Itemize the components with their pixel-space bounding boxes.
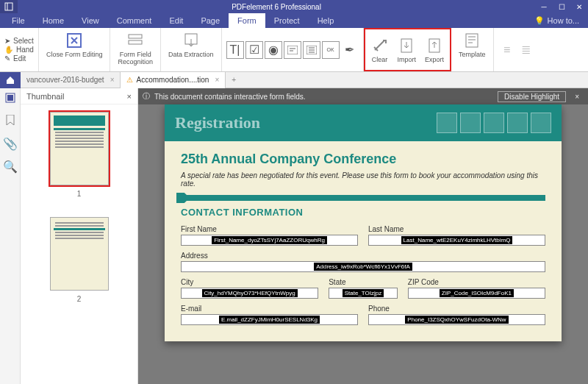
menu-file[interactable]: File [3, 13, 34, 28]
thumb-number: 2 [77, 295, 82, 303]
close-window-button[interactable]: ✕ [570, 0, 588, 13]
svg-rect-9 [466, 34, 478, 47]
menu-form[interactable]: Form [229, 13, 265, 28]
thumbnail-label: Thumbnail [26, 92, 64, 101]
export-button[interactable]: Export [420, 35, 448, 65]
menu-page[interactable]: Page [192, 13, 229, 28]
svg-rect-3 [129, 40, 142, 44]
zip-input[interactable]: ZIP_Code_ISOIcM9dFoK1 [408, 288, 545, 299]
last-name-label: Last Name [368, 225, 545, 233]
svg-rect-2 [129, 35, 142, 38]
button-field-button[interactable]: OK [322, 41, 340, 59]
radio-field-button[interactable]: ◉ [265, 41, 282, 59]
menu-help[interactable]: Help [309, 13, 343, 28]
first-name-label: First Name [181, 225, 358, 233]
side-toolbar: 📎 🔍 [0, 88, 21, 384]
maximize-button[interactable]: ☐ [553, 0, 570, 13]
close-tab-icon[interactable]: × [107, 76, 115, 84]
menu-bar: File Home View Comment Edit Page Form Pr… [0, 13, 588, 28]
import-export-group: Clear Import Export [364, 28, 452, 71]
text-field-button[interactable]: T| [226, 41, 244, 59]
title-bar: PDFelement 6 Professional ─ ☐ ✕ [0, 0, 588, 13]
form-field-recognition-button[interactable]: Form Field Recognition [113, 29, 157, 68]
lightbulb-icon: 💡 [534, 16, 545, 26]
checkbox-field-button[interactable]: ☑ [245, 41, 263, 59]
state-label: State [329, 278, 398, 286]
close-infobar-button[interactable]: × [570, 93, 584, 101]
dropdown-field-button[interactable] [284, 41, 301, 59]
attachment-panel-button[interactable]: 📎 [3, 137, 18, 151]
data-extraction-button[interactable]: Data Extraction [164, 29, 218, 60]
warning-icon: ⚠ [126, 76, 133, 84]
align-1-button[interactable]: ≡ [498, 41, 516, 59]
app-logo-icon [0, 0, 18, 13]
last-name-input[interactable]: Last_Name_wtE2EKuY4zimhkLHVtbimQ [368, 235, 545, 246]
home-tab-button[interactable] [0, 72, 21, 88]
page-header-title: Registration [175, 113, 260, 132]
divider-bar [181, 195, 545, 201]
document-area: ⓘ This document contains interactive for… [138, 88, 588, 384]
bookmark-panel-button[interactable] [6, 115, 15, 128]
email-input[interactable]: E.mail_dZZFyJMimH0urSESLNd3Kg [181, 314, 358, 325]
page-header: Registration [165, 104, 562, 141]
disable-highlight-button[interactable]: Disable Highlight [498, 91, 566, 102]
search-panel-button[interactable]: 🔍 [3, 160, 18, 174]
minimize-button[interactable]: ─ [535, 0, 553, 13]
ribbon: ➤Select ✋Hand ✎Edit Close Form Editing F… [0, 28, 588, 72]
thumbnail-panel-button[interactable] [5, 93, 15, 106]
doc-title: 25th Annual Company Conference [181, 152, 545, 167]
info-icon: ⓘ [143, 91, 150, 102]
document-tabs: vancouver-2016-budget× ⚠Accommodation...… [0, 72, 588, 88]
address-label: Address [181, 252, 545, 260]
doc-description: A special rate has been negotiated for t… [181, 171, 545, 188]
state-input[interactable]: State_TOIzjpz [329, 288, 398, 299]
select-tool[interactable]: ➤Select [4, 37, 34, 45]
thumbnail-panel: Thumbnail× 1 2 [21, 88, 138, 384]
form-info-bar: ⓘ This document contains interactive for… [138, 88, 588, 104]
close-panel-button[interactable]: × [127, 92, 132, 101]
hand-icon: ✋ [4, 46, 13, 54]
menu-protect[interactable]: Protect [265, 13, 309, 28]
svg-rect-11 [7, 95, 13, 101]
signature-field-button[interactable]: ✒ [341, 41, 359, 59]
menu-view[interactable]: View [73, 13, 108, 28]
close-tab-icon[interactable]: × [212, 76, 219, 84]
address-input[interactable]: Address_iw9xRob*Wcfl6Yx1VvF6fA [181, 261, 545, 272]
howto-button[interactable]: 💡How to... [534, 16, 588, 26]
svg-rect-5 [287, 46, 298, 54]
listbox-field-button[interactable] [303, 41, 320, 59]
align-2-button[interactable]: ≣ [517, 41, 535, 59]
info-message: This document contains interactive form … [154, 93, 306, 101]
clear-button[interactable]: Clear [367, 35, 393, 65]
ribbon-form-fields-group: T| ☑ ◉ OK ✒ [222, 28, 364, 71]
section-heading: CONTACT INFORMATION [181, 207, 545, 218]
svg-rect-0 [5, 3, 12, 10]
phone-label: Phone [368, 305, 545, 313]
zip-label: ZIP Code [408, 278, 545, 286]
import-button[interactable]: Import [393, 35, 421, 65]
thumb-number: 1 [77, 190, 82, 198]
app-title: PDFelement 6 Professional [18, 3, 535, 11]
edit-tool[interactable]: ✎Edit [4, 54, 34, 63]
pointer-icon: ➤ [4, 37, 10, 45]
new-tab-button[interactable]: + [226, 76, 242, 84]
pdf-page[interactable]: Registration 25th Annual Company Confere… [165, 104, 562, 341]
first-name-input[interactable]: First_Name_dyoZTsSYj7AaZZORUqwhRg [181, 235, 358, 246]
city-label: City [181, 278, 318, 286]
page-thumbnail-2[interactable] [50, 217, 109, 291]
ribbon-tools-group: ➤Select ✋Hand ✎Edit [0, 28, 39, 71]
tab-vancouver[interactable]: vancouver-2016-budget× [21, 72, 121, 88]
phone-input[interactable]: Phone_I3ZSQxhOYwSFuzdOta-WNw [368, 314, 545, 325]
menu-edit[interactable]: Edit [160, 13, 192, 28]
city-input[interactable]: City_hdYMQhyO73*HEfQYtnWpyg [181, 288, 318, 299]
tab-accommodation[interactable]: ⚠Accommodation....tion× [121, 72, 226, 88]
template-button[interactable]: Template [454, 29, 490, 60]
pencil-icon: ✎ [4, 54, 10, 63]
page-thumbnail-1[interactable] [50, 112, 109, 185]
menu-comment[interactable]: Comment [108, 13, 161, 28]
close-form-editing-button[interactable]: Close Form Editing [42, 29, 107, 60]
hand-tool[interactable]: ✋Hand [4, 46, 34, 54]
ribbon-align-group: ≡ ≣ [494, 28, 539, 71]
email-label: E-mail [181, 305, 358, 313]
menu-home[interactable]: Home [34, 13, 73, 28]
